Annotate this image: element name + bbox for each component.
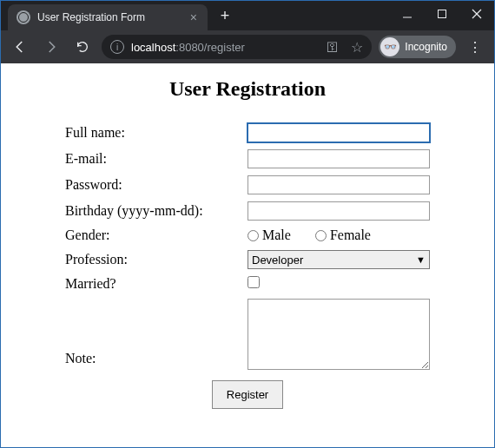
close-tab-icon[interactable]: × [188,10,199,24]
gender-female-label: Female [330,227,371,243]
page-content: User Registration Full name: E-mail: Pas… [1,63,494,426]
married-checkbox[interactable] [248,276,260,288]
svg-rect-1 [439,10,446,18]
forward-button[interactable] [39,35,63,59]
profession-select[interactable]: Developer ▼ [248,250,430,269]
gender-male-label: Male [262,227,291,243]
gender-male-radio[interactable] [248,230,259,241]
birthday-input[interactable] [248,201,430,221]
chevron-down-icon: ▼ [416,254,426,265]
url-input[interactable]: i localhost:8080/register ⚿ ☆ [102,35,372,59]
url-host: localhost [131,41,175,54]
browser-menu-button[interactable]: ⋮ [463,39,487,56]
registration-form: Full name: E-mail: Password: Birthday (y… [60,120,435,412]
register-button[interactable]: Register [212,380,283,409]
incognito-label: Incognito [405,41,447,53]
url-path: /register [204,41,245,54]
gender-female-option[interactable]: Female [315,227,371,243]
bookmark-star-icon[interactable]: ☆ [351,39,363,56]
reload-button[interactable] [70,35,95,59]
browser-titlebar: User Registration Form × + [1,1,494,30]
browser-tab[interactable]: User Registration Form × [8,4,208,30]
password-label: Password: [60,172,242,198]
page-title: User Registration [29,77,466,101]
profession-selected: Developer [252,254,303,267]
window-maximize-button[interactable] [425,1,459,27]
gender-label: Gender: [60,224,242,247]
password-input[interactable] [248,175,430,194]
browser-address-bar: i localhost:8080/register ⚿ ☆ 👓 Incognit… [1,30,494,63]
email-label: E-mail: [60,146,242,172]
new-tab-button[interactable]: + [214,7,235,25]
note-textarea[interactable] [248,299,430,370]
site-info-icon[interactable]: i [110,40,124,54]
window-minimize-button[interactable] [390,1,425,27]
url-port: :8080 [175,41,204,54]
note-label: Note: [60,295,242,377]
married-label: Married? [60,273,242,295]
fullname-label: Full name: [60,120,242,146]
globe-icon [16,10,30,24]
window-close-button[interactable] [459,1,494,27]
password-key-icon[interactable]: ⚿ [327,40,339,54]
email-input[interactable] [248,149,430,168]
incognito-badge[interactable]: 👓 Incognito [379,36,456,58]
birthday-label: Birthday (yyyy-mm-dd): [60,198,242,224]
gender-female-radio[interactable] [315,230,327,241]
tab-title: User Registration Form [37,11,182,23]
profession-label: Profession: [60,247,242,273]
gender-male-option[interactable]: Male [248,227,291,243]
back-button[interactable] [8,35,32,59]
incognito-icon: 👓 [380,37,399,56]
fullname-input[interactable] [248,123,430,142]
